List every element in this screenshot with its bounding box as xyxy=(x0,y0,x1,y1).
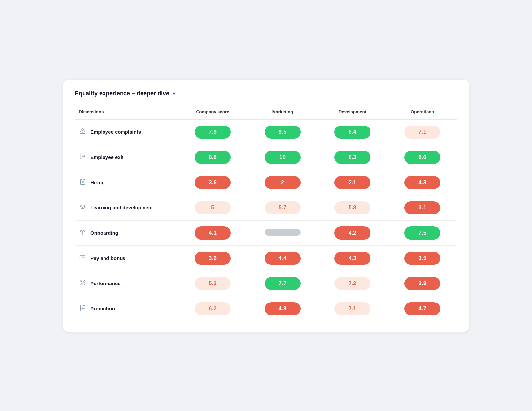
row-performance-operations: 3.8 xyxy=(388,271,457,296)
row-hiring-development: 2.1 xyxy=(317,170,387,195)
row-pay-bonus-development: 4.3 xyxy=(317,245,387,271)
row-employee-exit-label: Employee exit xyxy=(90,154,124,160)
row-hiring-operations: 4.3 xyxy=(388,170,457,195)
card-header: Equality experience – deeper dive ▾ xyxy=(75,90,457,97)
badge-performance-marketing: 7.7 xyxy=(265,277,301,290)
col-operations: Operations xyxy=(388,106,457,119)
row-promotion-dimension: Promotion xyxy=(75,296,178,321)
row-promotion-development: 7.1 xyxy=(317,296,387,321)
badge-promotion-development: 7.1 xyxy=(334,302,370,315)
main-card: Equality experience – deeper dive ▾ Dime… xyxy=(63,80,469,332)
plant-icon xyxy=(79,229,86,237)
table-row: Learning and development55.75.83.1 xyxy=(75,195,457,220)
svg-rect-3 xyxy=(82,179,84,180)
badge-learning-development-development: 5.8 xyxy=(334,201,370,214)
badge-hiring-development: 2.1 xyxy=(334,176,370,189)
badge-hiring-operations: 4.3 xyxy=(404,176,440,189)
badge-learning-development-marketing: 5.7 xyxy=(265,201,301,214)
badge-promotion-company-score: 6.2 xyxy=(195,302,231,315)
row-employee-complaints-dimension: Employee complaints xyxy=(75,119,178,145)
badge-performance-company-score: 5.3 xyxy=(195,277,231,290)
col-development: Development xyxy=(317,106,387,119)
exit-door-icon xyxy=(79,153,86,161)
table-row: Performance5.37.77.23.8 xyxy=(75,271,457,296)
row-employee-exit-company-score: 8.8 xyxy=(178,145,247,170)
badge-learning-development-operations: 3.1 xyxy=(404,201,440,214)
row-learning-development-marketing: 5.7 xyxy=(248,195,317,220)
table-row: Hiring3.622.14.3 xyxy=(75,170,457,195)
row-employee-complaints-company-score: 7.9 xyxy=(178,119,247,145)
svg-rect-6 xyxy=(80,256,86,259)
badge-employee-complaints-operations: 7.1 xyxy=(404,126,440,139)
svg-point-8 xyxy=(80,280,86,285)
badge-employee-exit-company-score: 8.8 xyxy=(195,151,231,164)
row-pay-bonus-operations: 3.5 xyxy=(388,245,457,271)
row-learning-development-company-score: 5 xyxy=(178,195,247,220)
row-learning-development-dimension: Learning and development xyxy=(75,195,178,220)
target-icon xyxy=(79,279,86,287)
badge-hiring-company-score: 3.6 xyxy=(195,176,231,189)
badge-employee-complaints-development: 8.4 xyxy=(334,126,370,139)
col-company-score: Company score xyxy=(178,106,247,119)
svg-point-10 xyxy=(82,282,83,283)
alert-triangle-icon xyxy=(79,128,86,136)
graduation-icon xyxy=(79,204,86,212)
table-row: Employee complaints7.99.58.47.1 xyxy=(75,119,457,145)
row-pay-bonus-company-score: 3.6 xyxy=(178,245,247,271)
badge-pay-bonus-marketing: 4.4 xyxy=(265,252,301,265)
badge-employee-complaints-company-score: 7.9 xyxy=(195,126,231,139)
badge-promotion-marketing: 4.8 xyxy=(265,302,301,315)
row-employee-complaints-label: Employee complaints xyxy=(90,129,141,135)
row-performance-development: 7.2 xyxy=(317,271,387,296)
row-employee-exit-operations: 8.6 xyxy=(388,145,457,170)
svg-point-7 xyxy=(82,257,83,258)
row-performance-label: Performance xyxy=(90,281,121,286)
row-promotion-company-score: 6.2 xyxy=(178,296,247,321)
table-row: Employee exit8.8108.38.6 xyxy=(75,145,457,170)
row-onboarding-operations: 7.5 xyxy=(388,220,457,245)
badge-onboarding-development: 4.2 xyxy=(334,226,370,240)
badge-employee-exit-development: 8.3 xyxy=(334,151,370,164)
badge-onboarding-company-score: 4.1 xyxy=(195,226,231,240)
row-pay-bonus-dimension: Pay and bonus xyxy=(75,245,178,271)
row-onboarding-label: Onboarding xyxy=(90,230,118,236)
row-hiring-dimension: Hiring xyxy=(75,170,178,195)
table-row: Promotion6.24.87.14.7 xyxy=(75,296,457,321)
badge-pay-bonus-company-score: 3.6 xyxy=(195,252,231,265)
money-icon xyxy=(79,254,86,262)
scores-table: Dimensions Company score Marketing Devel… xyxy=(75,106,457,321)
badge-employee-exit-marketing: 10 xyxy=(265,151,301,164)
row-promotion-operations: 4.7 xyxy=(388,296,457,321)
row-hiring-label: Hiring xyxy=(90,180,104,185)
row-employee-complaints-marketing: 9.5 xyxy=(248,119,317,145)
clipboard-icon xyxy=(79,178,86,186)
row-performance-marketing: 7.7 xyxy=(248,271,317,296)
badge-performance-operations: 3.8 xyxy=(404,277,440,290)
badge-hiring-marketing: 2 xyxy=(265,176,301,189)
svg-point-9 xyxy=(81,281,84,284)
badge-onboarding-operations: 7.5 xyxy=(404,226,440,240)
col-marketing: Marketing xyxy=(248,106,317,119)
row-employee-complaints-development: 8.4 xyxy=(317,119,387,145)
badge-promotion-operations: 4.7 xyxy=(404,302,440,315)
row-onboarding-development: 4.2 xyxy=(317,220,387,245)
col-dimensions: Dimensions xyxy=(75,106,178,119)
row-learning-development-operations: 3.1 xyxy=(388,195,457,220)
row-onboarding-dimension: Onboarding xyxy=(75,220,178,245)
row-performance-company-score: 5.3 xyxy=(178,271,247,296)
badge-learning-development-company-score: 5 xyxy=(195,201,231,214)
badge-pay-bonus-operations: 3.5 xyxy=(404,252,440,265)
row-employee-exit-development: 8.3 xyxy=(317,145,387,170)
row-learning-development-label: Learning and development xyxy=(90,205,153,210)
table-row: Pay and bonus3.64.44.33.5 xyxy=(75,245,457,271)
badge-employee-complaints-marketing: 9.5 xyxy=(265,126,301,139)
row-pay-bonus-marketing: 4.4 xyxy=(248,245,317,271)
row-employee-exit-dimension: Employee exit xyxy=(75,145,178,170)
row-employee-exit-marketing: 10 xyxy=(248,145,317,170)
row-performance-dimension: Performance xyxy=(75,271,178,296)
row-pay-bonus-label: Pay and bonus xyxy=(90,255,125,261)
chevron-down-icon[interactable]: ▾ xyxy=(173,90,175,97)
row-promotion-label: Promotion xyxy=(90,306,115,311)
flag-icon xyxy=(79,304,86,313)
table-row: Onboarding4.14.27.5 xyxy=(75,220,457,245)
